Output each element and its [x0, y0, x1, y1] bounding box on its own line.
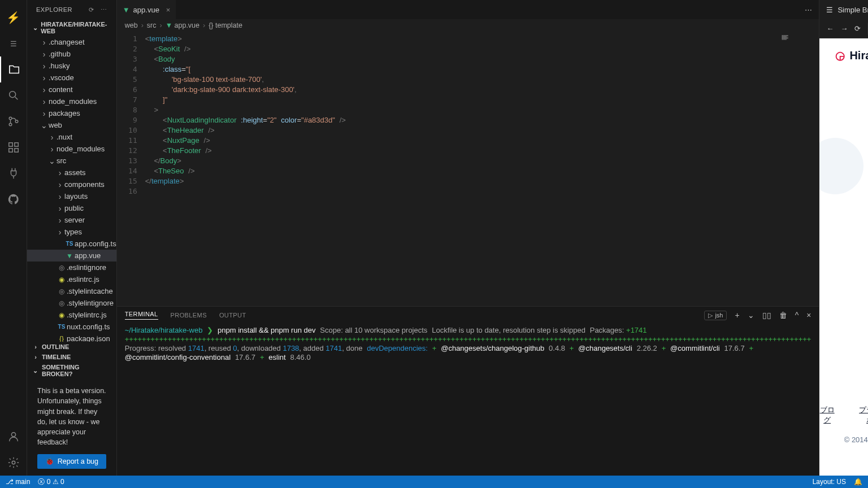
breadcrumb[interactable]: web›src›▼ app.vue›{} template	[117, 19, 819, 32]
outline-section[interactable]: ›OUTLINE	[27, 342, 116, 352]
chevron-up-icon[interactable]: ^	[795, 311, 799, 320]
site-logo[interactable]: ◶Hiratake	[835, 49, 868, 62]
svg-point-0	[9, 91, 15, 98]
folder-types[interactable]: ›types	[27, 226, 116, 238]
terminal-panel: TERMINAL PROBLEMS OUTPUT ▷ jsh + ⌄ ▯▯ 🗑 …	[117, 306, 819, 476]
github-icon[interactable]	[0, 186, 27, 212]
status-bar: ⎇ main ⓧ 0 ⚠ 0 Layout: US 🔔	[0, 476, 868, 488]
folder-web[interactable]: ⌄web	[27, 119, 116, 131]
split-icon[interactable]: ▯▯	[762, 311, 771, 320]
folder-components[interactable]: ›components	[27, 178, 116, 190]
copyright: © 2014-2023 Hiratake Web	[819, 435, 868, 444]
file-.stylelintrc.js[interactable]: ◉.stylelintrc.js	[27, 309, 116, 321]
file-tree: ›.changeset›.github›.husky›.vscode›conte…	[27, 36, 116, 342]
footer-link-privacy[interactable]: プライバシーポリシー	[856, 405, 868, 425]
close-panel-icon[interactable]: ×	[806, 311, 811, 320]
folder-.nuxt[interactable]: ›.nuxt	[27, 131, 116, 143]
browser-icon: ☰	[826, 6, 833, 14]
reload-icon[interactable]: ⟳	[854, 24, 861, 33]
file-.eslintrc.js[interactable]: ◉.eslintrc.js	[27, 273, 116, 285]
broken-section[interactable]: ⌄SOMETHING BROKEN?	[27, 362, 116, 379]
folder-packages[interactable]: ›packages	[27, 107, 116, 119]
folder-assets[interactable]: ›assets	[27, 167, 116, 178]
more-icon[interactable]: ⋯	[101, 6, 107, 14]
explorer-sidebar: EXPLORER ⟳⋯ ⌄HIRATAKE/HIRATAKE-WEB ›.cha…	[27, 0, 117, 476]
file-nuxt.config.ts[interactable]: TSnuxt.config.ts	[27, 321, 116, 333]
svg-point-8	[11, 433, 15, 437]
close-icon[interactable]: ×	[166, 6, 171, 14]
forward-icon[interactable]: →	[840, 24, 848, 33]
logo-mark-icon: ◶	[835, 49, 845, 62]
logo-icon: ⚡	[0, 5, 27, 30]
code-editor[interactable]: 12345678910111213141516 <template> <SeoK…	[117, 32, 819, 306]
shell-selector[interactable]: ▷ jsh	[704, 311, 727, 320]
folder-src[interactable]: ⌄src	[27, 155, 116, 167]
file-.stylelintignore[interactable]: ◎.stylelintignore	[27, 297, 116, 309]
report-bug-button[interactable]: 🐞Report a bug	[37, 454, 106, 469]
svg-point-2	[9, 123, 12, 126]
svg-point-3	[15, 120, 18, 123]
folder-server[interactable]: ›server	[27, 214, 116, 226]
search-icon[interactable]	[0, 82, 27, 108]
svg-point-9	[12, 461, 15, 464]
branch-indicator[interactable]: ⎇ main	[6, 478, 30, 486]
file-app.config.ts[interactable]: TSapp.config.ts	[27, 238, 116, 250]
activity-bar: ⚡ ☰	[0, 0, 27, 476]
explorer-title: EXPLORER	[36, 6, 72, 13]
file-app.vue[interactable]: ▼app.vue	[27, 250, 116, 262]
svg-point-1	[9, 117, 12, 120]
svg-rect-4	[8, 143, 12, 146]
layout-indicator[interactable]: Layout: US	[813, 478, 846, 486]
extensions-icon[interactable]	[0, 134, 27, 160]
more-icon[interactable]: ⋯	[805, 6, 812, 14]
output-tab[interactable]: OUTPUT	[219, 312, 246, 319]
folder-node_modules[interactable]: ›node_modules	[27, 143, 116, 155]
footer-link-blog[interactable]: ブログ	[819, 405, 835, 425]
project-section[interactable]: ⌄HIRATAKE/HIRATAKE-WEB	[27, 19, 116, 36]
account-icon[interactable]	[0, 424, 27, 450]
problems-indicator[interactable]: ⓧ 0 ⚠ 0	[38, 477, 64, 487]
refresh-icon[interactable]: ⟳	[89, 6, 94, 14]
folder-.vscode[interactable]: ›.vscode	[27, 72, 116, 84]
folder-.github[interactable]: ›.github	[27, 48, 116, 60]
folder-node_modules[interactable]: ›node_modules	[27, 95, 116, 107]
svg-rect-7	[14, 149, 18, 152]
folder-.husky[interactable]: ›.husky	[27, 60, 116, 72]
chevron-down-icon[interactable]: ⌄	[748, 311, 754, 320]
browser-tab[interactable]: ☰ Simple Browser ×	[819, 0, 868, 19]
folder-.changeset[interactable]: ›.changeset	[27, 36, 116, 48]
new-terminal-icon[interactable]: +	[735, 311, 739, 320]
vue-icon: ▼	[123, 6, 130, 14]
editor-tabs: ▼ app.vue × ⋯	[117, 0, 819, 19]
avatar	[819, 138, 863, 194]
bell-icon[interactable]: 🔔	[854, 478, 862, 486]
minimap[interactable]: ████████████████████████████	[782, 35, 815, 63]
terminal-output[interactable]: ~/Hiratake/hiratake-web ❯ pnpm install &…	[117, 324, 819, 476]
file-.eslintignore[interactable]: ◎.eslintignore	[27, 262, 116, 273]
file-package.json[interactable]: {}package.json	[27, 333, 116, 342]
terminal-tab[interactable]: TERMINAL	[125, 311, 158, 320]
tab-app-vue[interactable]: ▼ app.vue ×	[117, 0, 177, 19]
trash-icon[interactable]: 🗑	[779, 311, 787, 320]
folder-content[interactable]: ›content	[27, 84, 116, 95]
scm-icon[interactable]	[0, 108, 27, 134]
timeline-section[interactable]: ›TIMELINE	[27, 352, 116, 362]
explorer-icon[interactable]	[0, 56, 27, 82]
broken-text: This is a beta version. Unfortunately, t…	[37, 386, 106, 447]
problems-tab[interactable]: PROBLEMS	[171, 312, 207, 319]
svg-rect-6	[8, 149, 12, 152]
browser-content: ◶Hiratake Hiratake フロントエンドとかマークアップとかやるエン…	[819, 38, 868, 476]
bug-icon: 🐞	[45, 456, 54, 467]
back-icon[interactable]: ←	[826, 24, 834, 33]
file-.stylelintcache[interactable]: ◎.stylelintcache	[27, 285, 116, 297]
svg-rect-5	[14, 143, 18, 146]
folder-layouts[interactable]: ›layouts	[27, 190, 116, 202]
simple-browser: ☰ Simple Browser × ▯▯⋯ ← → ⟳ https://hir…	[819, 0, 868, 476]
settings-icon[interactable]	[0, 450, 27, 476]
menu-icon[interactable]: ☰	[0, 30, 27, 56]
folder-public[interactable]: ›public	[27, 202, 116, 214]
plug-icon[interactable]	[0, 160, 27, 186]
